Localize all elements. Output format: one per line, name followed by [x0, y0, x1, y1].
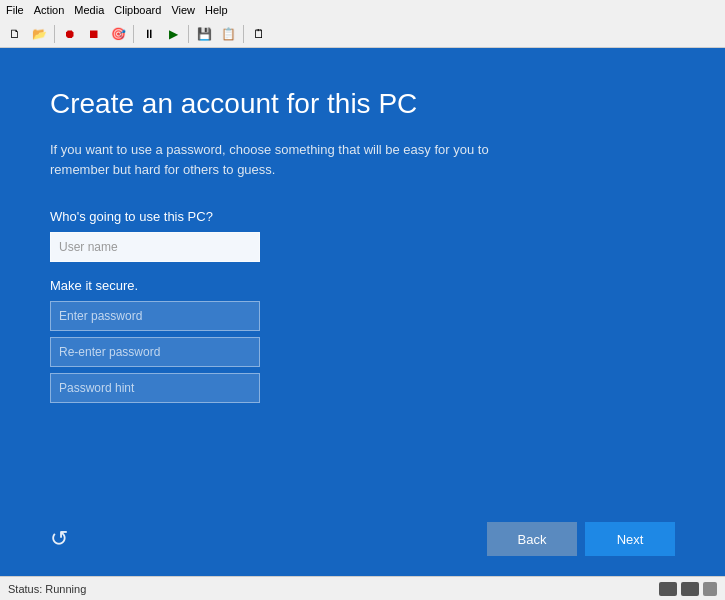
accessibility-icon[interactable]: ↺ — [50, 526, 68, 552]
toolbar-open-btn[interactable]: 📂 — [28, 23, 50, 45]
secure-label: Make it secure. — [50, 278, 675, 293]
page-description: If you want to use a password, choose so… — [50, 140, 530, 179]
menu-bar: File Action Media Clipboard View Help — [0, 0, 725, 20]
username-input[interactable] — [50, 232, 260, 262]
back-button[interactable]: Back — [487, 522, 577, 556]
toolbar-sep-3 — [188, 25, 189, 43]
password-input[interactable] — [50, 301, 260, 331]
toolbar-stop-btn[interactable]: ⏹ — [83, 23, 105, 45]
toolbar-target-btn[interactable]: 🎯 — [107, 23, 129, 45]
status-bar: Status: Running — [0, 576, 725, 600]
toolbar: 🗋 📂 ⏺ ⏹ 🎯 ⏸ ▶ 💾 📋 🗒 — [0, 20, 725, 48]
main-content: Create an account for this PC If you wan… — [0, 48, 725, 576]
password-hint-input[interactable] — [50, 373, 260, 403]
bottom-bar: ↺ Back Next — [0, 522, 725, 556]
toolbar-sep-2 — [133, 25, 134, 43]
status-icon-1 — [659, 582, 677, 596]
toolbar-paste-btn[interactable]: 📋 — [217, 23, 239, 45]
toolbar-save2-btn[interactable]: 💾 — [193, 23, 215, 45]
reenter-password-input[interactable] — [50, 337, 260, 367]
status-text: Status: Running — [8, 583, 86, 595]
toolbar-play-btn[interactable]: ▶ — [162, 23, 184, 45]
menu-view[interactable]: View — [171, 4, 195, 16]
status-icon-2 — [681, 582, 699, 596]
toolbar-pause-btn[interactable]: ⏸ — [138, 23, 160, 45]
who-label: Who's going to use this PC? — [50, 209, 675, 224]
toolbar-note-btn[interactable]: 🗒 — [248, 23, 270, 45]
status-icons — [659, 582, 717, 596]
menu-action[interactable]: Action — [34, 4, 65, 16]
toolbar-sep-4 — [243, 25, 244, 43]
menu-media[interactable]: Media — [74, 4, 104, 16]
nav-buttons: Back Next — [487, 522, 675, 556]
next-button[interactable]: Next — [585, 522, 675, 556]
menu-clipboard[interactable]: Clipboard — [114, 4, 161, 16]
toolbar-rec-btn[interactable]: ⏺ — [59, 23, 81, 45]
menu-file[interactable]: File — [6, 4, 24, 16]
toolbar-sep-1 — [54, 25, 55, 43]
status-icon-3 — [703, 582, 717, 596]
menu-help[interactable]: Help — [205, 4, 228, 16]
toolbar-new-btn[interactable]: 🗋 — [4, 23, 26, 45]
page-title: Create an account for this PC — [50, 88, 675, 120]
